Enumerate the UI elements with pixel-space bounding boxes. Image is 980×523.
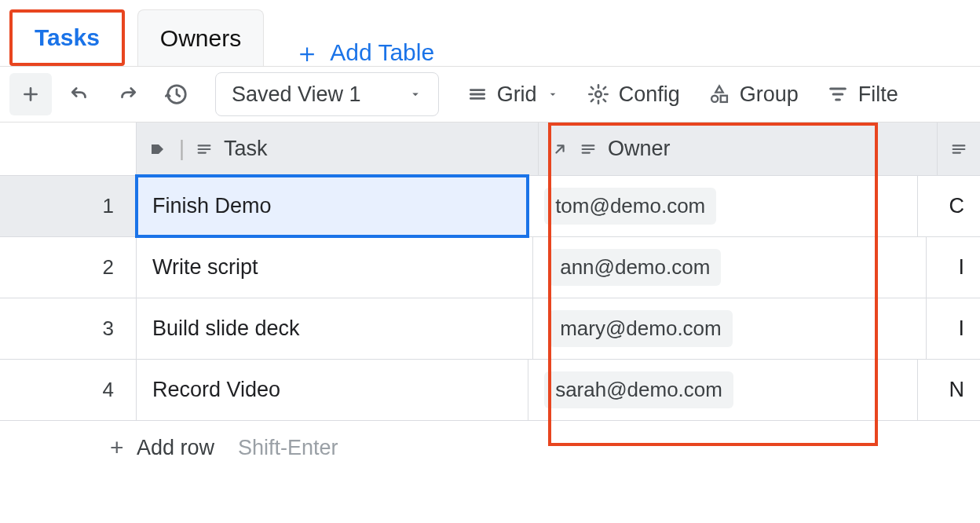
add-row-button[interactable]: + Add row Shift-Enter <box>0 421 980 474</box>
config-label: Config <box>619 82 680 107</box>
gear-icon <box>587 83 609 105</box>
task-cell[interactable]: Record Video <box>137 360 528 420</box>
owner-pill: ann@demo.com <box>549 249 721 286</box>
grid-view-dropdown[interactable]: Grid <box>467 82 559 107</box>
list-icon <box>467 84 488 104</box>
task-cell[interactable]: Write script <box>137 237 533 298</box>
owner-cell[interactable]: tom@demo.com <box>528 176 917 236</box>
row-number: 4 <box>0 360 137 420</box>
history-button[interactable] <box>155 73 198 115</box>
svg-point-1 <box>711 96 718 102</box>
owner-cell[interactable]: ann@demo.com <box>533 237 927 298</box>
undo-button[interactable] <box>58 73 101 115</box>
tag-icon <box>149 140 168 159</box>
add-row-label: Add row <box>137 436 214 460</box>
column-header-owner[interactable]: Owner <box>539 123 938 175</box>
filter-icon <box>827 83 849 105</box>
add-row-hint: Shift-Enter <box>238 436 338 460</box>
plus-icon: ＋ <box>294 39 320 66</box>
arrow-up-right-icon <box>551 141 569 158</box>
filter-button[interactable]: Filte <box>827 82 898 107</box>
svg-rect-2 <box>720 96 726 102</box>
table-row[interactable]: 4 Record Video sarah@demo.com N <box>0 360 980 421</box>
text-icon <box>196 141 213 158</box>
task-cell[interactable]: Finish Demo <box>137 176 528 236</box>
row-number-header <box>0 123 137 175</box>
divider: | <box>179 137 185 161</box>
owner-pill: tom@demo.com <box>544 188 716 225</box>
add-table-label: Add Table <box>330 39 434 66</box>
grid-label: Grid <box>497 82 537 107</box>
data-table: | Task Owner 1 Finish Demo tom@demo.com … <box>0 123 980 474</box>
table-row[interactable]: 1 Finish Demo tom@demo.com C <box>0 176 980 237</box>
add-table-button[interactable]: ＋ Add Table <box>294 39 434 66</box>
column-header-task[interactable]: | Task <box>137 123 539 175</box>
plus-icon: + <box>110 434 124 461</box>
add-button[interactable] <box>9 73 52 115</box>
row-number: 3 <box>0 298 137 359</box>
table-row[interactable]: 2 Write script ann@demo.com I <box>0 237 980 298</box>
extra-cell[interactable]: I <box>927 298 980 359</box>
config-button[interactable]: Config <box>587 82 680 107</box>
group-label: Group <box>740 82 799 107</box>
filter-label: Filte <box>858 82 898 107</box>
column-task-label: Task <box>224 137 268 161</box>
saved-view-label: Saved View 1 <box>232 82 361 107</box>
extra-cell[interactable]: N <box>918 360 981 420</box>
extra-cell[interactable]: I <box>927 237 980 298</box>
shapes-icon <box>708 83 730 105</box>
task-cell[interactable]: Build slide deck <box>137 298 533 359</box>
caret-down-icon <box>408 87 422 101</box>
owner-pill: sarah@demo.com <box>544 371 733 408</box>
table-row[interactable]: 3 Build slide deck mary@demo.com I <box>0 298 980 360</box>
column-owner-label: Owner <box>608 137 671 161</box>
owner-cell[interactable]: sarah@demo.com <box>528 360 917 420</box>
row-number: 2 <box>0 237 137 298</box>
toolbar: Saved View 1 Grid Config Group Filte <box>0 66 980 123</box>
text-icon <box>580 141 597 158</box>
redo-button[interactable] <box>107 73 149 115</box>
tab-tasks[interactable]: Tasks <box>9 9 125 66</box>
caret-down-icon <box>547 88 559 101</box>
svg-point-0 <box>595 91 601 97</box>
tab-owners[interactable]: Owners <box>137 9 264 66</box>
extra-cell[interactable]: C <box>918 176 981 236</box>
owner-cell[interactable]: mary@demo.com <box>533 298 927 359</box>
text-icon <box>950 141 967 158</box>
group-button[interactable]: Group <box>708 82 799 107</box>
owner-pill: mary@demo.com <box>549 310 733 347</box>
column-header-extra[interactable] <box>938 123 980 175</box>
saved-view-dropdown[interactable]: Saved View 1 <box>215 72 439 116</box>
row-number: 1 <box>0 176 137 236</box>
